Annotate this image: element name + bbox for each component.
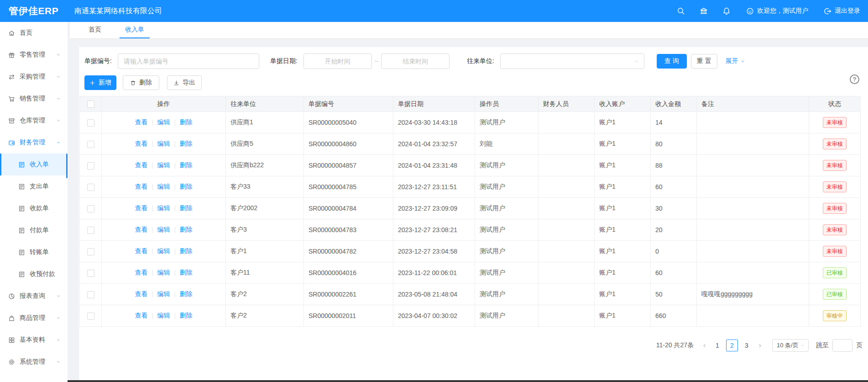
status-badge: 审核中 bbox=[823, 310, 847, 321]
row-checkbox[interactable] bbox=[87, 248, 94, 255]
doc-icon bbox=[18, 161, 25, 168]
logout-button[interactable]: 退出登录 bbox=[824, 7, 860, 15]
sidebar-item[interactable]: 零售管理 bbox=[0, 44, 68, 66]
page-button[interactable]: 1 bbox=[711, 340, 723, 351]
tab[interactable]: 收入单 bbox=[124, 26, 145, 38]
delete-link[interactable]: 删除 bbox=[180, 247, 193, 255]
date-end-input[interactable] bbox=[381, 53, 450, 69]
view-link[interactable]: 查看 bbox=[135, 183, 148, 191]
logout-icon bbox=[824, 7, 831, 15]
export-button[interactable]: 导出 bbox=[167, 75, 202, 90]
prev-page-button[interactable] bbox=[698, 340, 710, 351]
cell-operator: 测试用户 bbox=[475, 176, 539, 198]
separator bbox=[175, 313, 175, 319]
delete-link[interactable]: 删除 bbox=[180, 161, 193, 170]
expand-link[interactable]: 展开 bbox=[726, 57, 745, 65]
select-all-checkbox[interactable] bbox=[87, 101, 94, 108]
delete-link[interactable]: 删除 bbox=[180, 290, 193, 298]
row-checkbox[interactable] bbox=[87, 270, 94, 277]
sidebar-item[interactable]: 收入单 bbox=[0, 154, 68, 175]
delete-link[interactable]: 删除 bbox=[180, 226, 193, 234]
cell-account: 账户1 bbox=[595, 305, 651, 327]
sidebar-item[interactable]: 首页 bbox=[0, 22, 68, 44]
next-page-button[interactable] bbox=[754, 340, 766, 351]
delete-link[interactable]: 删除 bbox=[180, 183, 193, 191]
welcome-user[interactable]: 欢迎您，测试用户 bbox=[746, 7, 808, 15]
row-checkbox[interactable] bbox=[87, 227, 94, 234]
sidebar-item[interactable]: 销售管理 bbox=[0, 88, 68, 110]
sidebar-item[interactable]: 采购管理 bbox=[0, 66, 68, 88]
sidebar-item[interactable]: 收预付款 bbox=[0, 263, 68, 285]
bell-icon[interactable] bbox=[722, 7, 731, 15]
jump-page-input[interactable] bbox=[832, 339, 852, 352]
sidebar-item[interactable]: 付款单 bbox=[0, 219, 68, 241]
view-link[interactable]: 查看 bbox=[135, 204, 148, 212]
edit-link[interactable]: 编辑 bbox=[157, 140, 170, 148]
sidebar-item[interactable]: 商品管理 bbox=[0, 307, 68, 329]
delete-link[interactable]: 删除 bbox=[180, 140, 193, 148]
row-checkbox[interactable] bbox=[87, 141, 94, 148]
page-list: 123 bbox=[710, 340, 754, 351]
chevron-down-icon bbox=[740, 59, 745, 64]
view-link[interactable]: 查看 bbox=[135, 140, 148, 148]
doc-icon bbox=[18, 227, 25, 234]
sidebar-item[interactable]: 转账单 bbox=[0, 241, 68, 263]
sidebar-item[interactable]: 收款单 bbox=[0, 197, 68, 219]
row-checkbox[interactable] bbox=[87, 313, 94, 320]
delete-button[interactable]: 删除 bbox=[123, 75, 159, 90]
search-icon[interactable] bbox=[677, 7, 685, 15]
add-button[interactable]: 新增 bbox=[84, 75, 116, 90]
col-finance-staff: 财务人员 bbox=[539, 96, 595, 112]
view-link[interactable]: 查看 bbox=[135, 312, 148, 320]
bill-no-input[interactable] bbox=[118, 53, 259, 69]
view-link[interactable]: 查看 bbox=[135, 226, 148, 234]
search-button[interactable]: 查询 bbox=[657, 54, 687, 69]
separator bbox=[175, 206, 175, 212]
table-row: 查看 编辑 删除 供应商b222 SR00000004857 2024-01-0… bbox=[80, 155, 861, 176]
page-button[interactable]: 2 bbox=[726, 340, 738, 351]
row-checkbox[interactable] bbox=[87, 162, 94, 170]
delete-link[interactable]: 删除 bbox=[180, 118, 193, 127]
view-link[interactable]: 查看 bbox=[135, 161, 148, 170]
chevron-down-icon bbox=[56, 74, 61, 79]
sidebar-item[interactable]: 支出单 bbox=[0, 175, 68, 197]
edit-link[interactable]: 编辑 bbox=[157, 204, 170, 212]
sidebar-item[interactable]: 仓库管理 bbox=[0, 110, 68, 132]
system-icon bbox=[8, 359, 15, 366]
delete-link[interactable]: 删除 bbox=[180, 312, 193, 320]
delete-link[interactable]: 删除 bbox=[180, 269, 193, 277]
sidebar-item[interactable]: 系统管理 bbox=[0, 351, 68, 373]
view-link[interactable]: 查看 bbox=[135, 118, 148, 127]
tab[interactable]: 首页 bbox=[88, 26, 102, 38]
row-checkbox[interactable] bbox=[87, 184, 94, 191]
reset-button[interactable]: 重置 bbox=[691, 54, 717, 69]
edit-link[interactable]: 编辑 bbox=[157, 290, 170, 298]
view-link[interactable]: 查看 bbox=[135, 269, 148, 277]
delete-link[interactable]: 删除 bbox=[180, 204, 193, 212]
edit-link[interactable]: 编辑 bbox=[157, 118, 170, 127]
partner-select[interactable] bbox=[500, 53, 644, 69]
edit-link[interactable]: 编辑 bbox=[157, 226, 170, 234]
bank-icon[interactable] bbox=[700, 7, 708, 15]
help-icon[interactable] bbox=[850, 74, 859, 84]
edit-link[interactable]: 编辑 bbox=[157, 269, 170, 277]
view-link[interactable]: 查看 bbox=[135, 247, 148, 255]
page-size-select[interactable]: 10 条/页 bbox=[772, 339, 809, 352]
separator bbox=[152, 227, 153, 233]
edit-link[interactable]: 编辑 bbox=[157, 161, 170, 170]
table-row: 查看 编辑 删除 客户33 SR00000004785 2023-12-27 2… bbox=[80, 176, 861, 198]
row-checkbox[interactable] bbox=[87, 119, 94, 127]
row-checkbox[interactable] bbox=[87, 291, 94, 298]
sidebar-item[interactable]: 财务管理 bbox=[0, 132, 68, 154]
date-start-input[interactable] bbox=[303, 53, 372, 69]
sidebar-item[interactable]: 基本资料 bbox=[0, 329, 68, 351]
row-checkbox[interactable] bbox=[87, 205, 94, 212]
view-link[interactable]: 查看 bbox=[135, 290, 148, 298]
edit-link[interactable]: 编辑 bbox=[157, 247, 170, 255]
edit-link[interactable]: 编辑 bbox=[157, 312, 170, 320]
page-button[interactable]: 3 bbox=[741, 340, 753, 351]
edit-link[interactable]: 编辑 bbox=[157, 183, 170, 191]
sidebar-item[interactable]: 报表查询 bbox=[0, 285, 68, 307]
sidebar-scrollbar-thumb[interactable] bbox=[66, 154, 68, 178]
purchase-icon bbox=[8, 74, 15, 80]
